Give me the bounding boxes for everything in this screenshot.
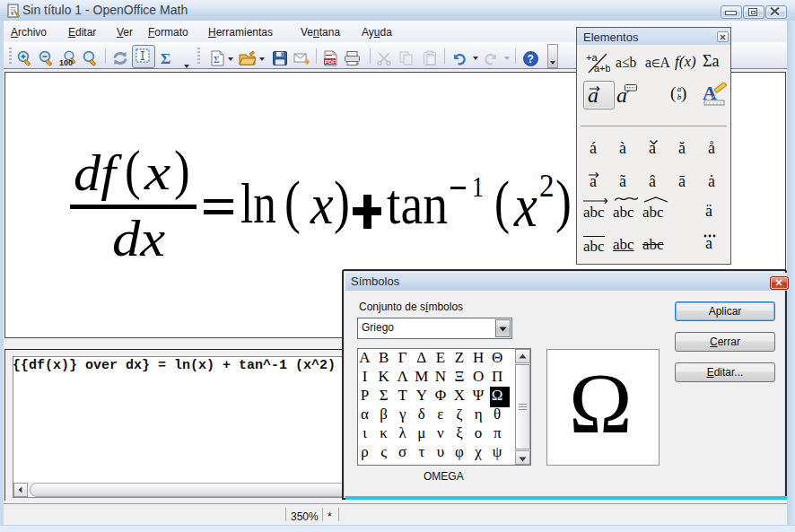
- svg-text:+a: +a: [586, 52, 598, 63]
- svg-text:Σ: Σ: [161, 50, 170, 66]
- svg-text:?: ?: [528, 53, 534, 65]
- svg-text:PDF: PDF: [325, 59, 336, 65]
- svg-text:100: 100: [59, 58, 73, 67]
- svg-text:Σ: Σ: [214, 55, 220, 65]
